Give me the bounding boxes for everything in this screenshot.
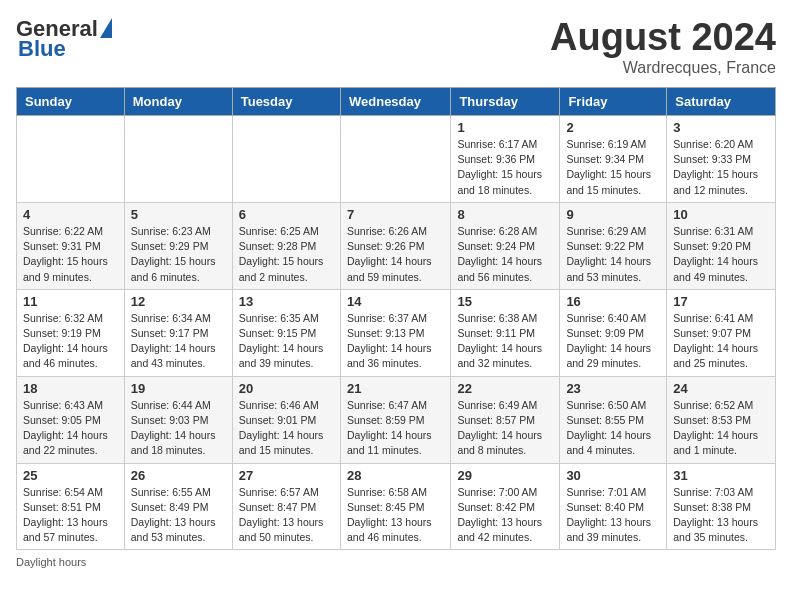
day-info: Sunrise: 6:47 AM Sunset: 8:59 PM Dayligh… [347,398,444,459]
calendar-cell: 13Sunrise: 6:35 AM Sunset: 9:15 PM Dayli… [232,289,340,376]
day-info: Sunrise: 6:50 AM Sunset: 8:55 PM Dayligh… [566,398,660,459]
day-number: 11 [23,294,118,309]
calendar-cell [17,116,125,203]
day-info: Sunrise: 6:28 AM Sunset: 9:24 PM Dayligh… [457,224,553,285]
day-number: 30 [566,468,660,483]
logo-triangle-icon [100,18,112,38]
calendar-cell: 16Sunrise: 6:40 AM Sunset: 9:09 PM Dayli… [560,289,667,376]
day-info: Sunrise: 6:26 AM Sunset: 9:26 PM Dayligh… [347,224,444,285]
day-info: Sunrise: 6:41 AM Sunset: 9:07 PM Dayligh… [673,311,769,372]
calendar-cell: 15Sunrise: 6:38 AM Sunset: 9:11 PM Dayli… [451,289,560,376]
day-number: 6 [239,207,334,222]
day-info: Sunrise: 6:35 AM Sunset: 9:15 PM Dayligh… [239,311,334,372]
day-number: 14 [347,294,444,309]
weekday-header-sunday: Sunday [17,88,125,116]
title-block: August 2024 Wardrecques, France [550,16,776,77]
calendar-week-row: 18Sunrise: 6:43 AM Sunset: 9:05 PM Dayli… [17,376,776,463]
day-info: Sunrise: 6:17 AM Sunset: 9:36 PM Dayligh… [457,137,553,198]
day-number: 31 [673,468,769,483]
day-info: Sunrise: 6:55 AM Sunset: 8:49 PM Dayligh… [131,485,226,546]
logo: General Blue [16,16,112,62]
day-info: Sunrise: 6:31 AM Sunset: 9:20 PM Dayligh… [673,224,769,285]
calendar-week-row: 11Sunrise: 6:32 AM Sunset: 9:19 PM Dayli… [17,289,776,376]
calendar-cell: 20Sunrise: 6:46 AM Sunset: 9:01 PM Dayli… [232,376,340,463]
day-info: Sunrise: 6:57 AM Sunset: 8:47 PM Dayligh… [239,485,334,546]
day-number: 9 [566,207,660,222]
day-number: 7 [347,207,444,222]
day-info: Sunrise: 6:34 AM Sunset: 9:17 PM Dayligh… [131,311,226,372]
calendar-cell: 2Sunrise: 6:19 AM Sunset: 9:34 PM Daylig… [560,116,667,203]
calendar-cell: 17Sunrise: 6:41 AM Sunset: 9:07 PM Dayli… [667,289,776,376]
day-info: Sunrise: 6:23 AM Sunset: 9:29 PM Dayligh… [131,224,226,285]
day-info: Sunrise: 6:38 AM Sunset: 9:11 PM Dayligh… [457,311,553,372]
day-info: Sunrise: 6:19 AM Sunset: 9:34 PM Dayligh… [566,137,660,198]
day-info: Sunrise: 6:22 AM Sunset: 9:31 PM Dayligh… [23,224,118,285]
calendar-table: SundayMondayTuesdayWednesdayThursdayFrid… [16,87,776,550]
day-info: Sunrise: 6:46 AM Sunset: 9:01 PM Dayligh… [239,398,334,459]
day-info: Sunrise: 7:01 AM Sunset: 8:40 PM Dayligh… [566,485,660,546]
day-number: 3 [673,120,769,135]
day-number: 20 [239,381,334,396]
calendar-cell: 14Sunrise: 6:37 AM Sunset: 9:13 PM Dayli… [340,289,450,376]
calendar-week-row: 1Sunrise: 6:17 AM Sunset: 9:36 PM Daylig… [17,116,776,203]
weekday-header-monday: Monday [124,88,232,116]
calendar-cell: 5Sunrise: 6:23 AM Sunset: 9:29 PM Daylig… [124,202,232,289]
day-number: 12 [131,294,226,309]
day-number: 8 [457,207,553,222]
day-number: 2 [566,120,660,135]
calendar-cell: 31Sunrise: 7:03 AM Sunset: 8:38 PM Dayli… [667,463,776,550]
weekday-header-wednesday: Wednesday [340,88,450,116]
weekday-header-friday: Friday [560,88,667,116]
page-header: General Blue August 2024 Wardrecques, Fr… [16,16,776,77]
calendar-cell: 18Sunrise: 6:43 AM Sunset: 9:05 PM Dayli… [17,376,125,463]
calendar-cell: 28Sunrise: 6:58 AM Sunset: 8:45 PM Dayli… [340,463,450,550]
day-number: 23 [566,381,660,396]
day-number: 16 [566,294,660,309]
footer-daylight: Daylight hours [16,556,776,568]
weekday-header-thursday: Thursday [451,88,560,116]
calendar-cell: 22Sunrise: 6:49 AM Sunset: 8:57 PM Dayli… [451,376,560,463]
calendar-cell: 24Sunrise: 6:52 AM Sunset: 8:53 PM Dayli… [667,376,776,463]
day-number: 17 [673,294,769,309]
day-number: 27 [239,468,334,483]
calendar-cell [340,116,450,203]
day-number: 21 [347,381,444,396]
day-info: Sunrise: 6:58 AM Sunset: 8:45 PM Dayligh… [347,485,444,546]
calendar-cell: 3Sunrise: 6:20 AM Sunset: 9:33 PM Daylig… [667,116,776,203]
day-number: 28 [347,468,444,483]
calendar-cell: 10Sunrise: 6:31 AM Sunset: 9:20 PM Dayli… [667,202,776,289]
logo-blue-text: Blue [18,36,66,62]
calendar-cell: 4Sunrise: 6:22 AM Sunset: 9:31 PM Daylig… [17,202,125,289]
day-info: Sunrise: 6:40 AM Sunset: 9:09 PM Dayligh… [566,311,660,372]
calendar-cell: 19Sunrise: 6:44 AM Sunset: 9:03 PM Dayli… [124,376,232,463]
day-number: 22 [457,381,553,396]
day-number: 18 [23,381,118,396]
calendar-cell: 21Sunrise: 6:47 AM Sunset: 8:59 PM Dayli… [340,376,450,463]
calendar-cell [124,116,232,203]
location-subtitle: Wardrecques, France [550,59,776,77]
calendar-cell: 9Sunrise: 6:29 AM Sunset: 9:22 PM Daylig… [560,202,667,289]
calendar-week-row: 25Sunrise: 6:54 AM Sunset: 8:51 PM Dayli… [17,463,776,550]
day-info: Sunrise: 6:43 AM Sunset: 9:05 PM Dayligh… [23,398,118,459]
day-number: 19 [131,381,226,396]
calendar-header-row: SundayMondayTuesdayWednesdayThursdayFrid… [17,88,776,116]
calendar-cell: 12Sunrise: 6:34 AM Sunset: 9:17 PM Dayli… [124,289,232,376]
calendar-cell [232,116,340,203]
day-number: 13 [239,294,334,309]
calendar-cell: 6Sunrise: 6:25 AM Sunset: 9:28 PM Daylig… [232,202,340,289]
day-info: Sunrise: 6:29 AM Sunset: 9:22 PM Dayligh… [566,224,660,285]
calendar-cell: 11Sunrise: 6:32 AM Sunset: 9:19 PM Dayli… [17,289,125,376]
calendar-cell: 7Sunrise: 6:26 AM Sunset: 9:26 PM Daylig… [340,202,450,289]
calendar-cell: 25Sunrise: 6:54 AM Sunset: 8:51 PM Dayli… [17,463,125,550]
day-number: 4 [23,207,118,222]
day-info: Sunrise: 6:20 AM Sunset: 9:33 PM Dayligh… [673,137,769,198]
day-info: Sunrise: 6:25 AM Sunset: 9:28 PM Dayligh… [239,224,334,285]
day-number: 5 [131,207,226,222]
day-info: Sunrise: 6:44 AM Sunset: 9:03 PM Dayligh… [131,398,226,459]
day-number: 24 [673,381,769,396]
calendar-week-row: 4Sunrise: 6:22 AM Sunset: 9:31 PM Daylig… [17,202,776,289]
day-number: 26 [131,468,226,483]
day-info: Sunrise: 6:49 AM Sunset: 8:57 PM Dayligh… [457,398,553,459]
day-number: 29 [457,468,553,483]
calendar-cell: 8Sunrise: 6:28 AM Sunset: 9:24 PM Daylig… [451,202,560,289]
